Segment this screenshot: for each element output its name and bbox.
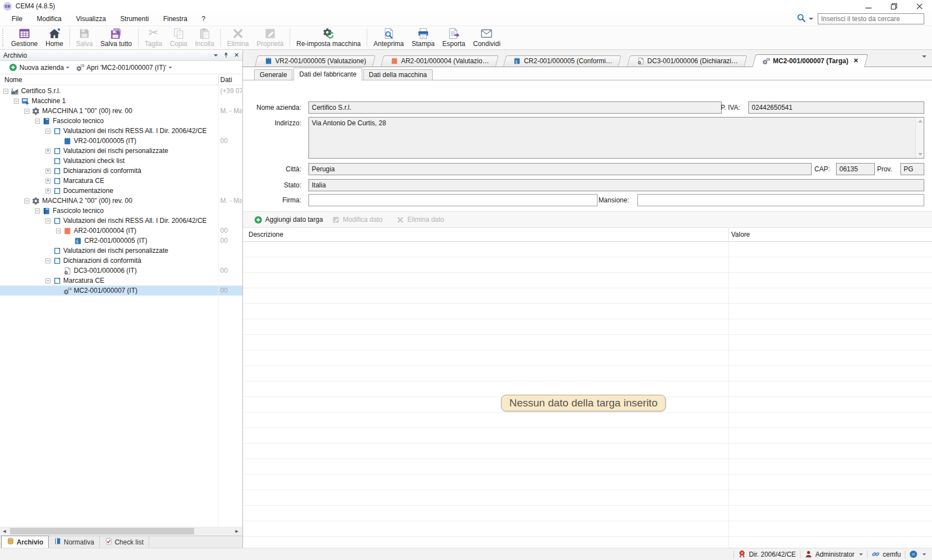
citta-field[interactable] (308, 163, 812, 175)
stato-field[interactable] (308, 179, 924, 191)
esporta-button[interactable]: Esporta (438, 26, 469, 49)
panel-menu-caret-icon[interactable] (214, 54, 218, 57)
tree-item[interactable]: −MACCHINA 2 "00" (00) rev. 00M. - Mac (0, 196, 242, 206)
gestione-button[interactable]: Gestione (7, 26, 42, 49)
tree-item[interactable]: +Valutazioni dei rischi personalizzate (0, 146, 242, 156)
tree-item[interactable]: DC3-001/000006 (IT)00 (0, 266, 242, 276)
user-menu[interactable]: Administrator (804, 550, 864, 558)
expand-icon[interactable]: + (45, 149, 50, 154)
home-button[interactable]: Home (42, 26, 67, 49)
search-options-caret-icon[interactable] (809, 18, 813, 20)
collapse-icon[interactable]: − (45, 278, 50, 283)
scroll-left-icon[interactable]: ◄ (0, 528, 9, 534)
expand-icon[interactable]: + (45, 179, 50, 184)
language-caret-icon[interactable] (923, 553, 926, 555)
mansione-field[interactable] (637, 194, 924, 206)
collapse-icon[interactable]: − (3, 89, 8, 94)
menu-item-[interactable]: ? (195, 13, 213, 24)
tree-item[interactable]: −Dichiarazioni di conformità (0, 256, 242, 266)
collapse-icon[interactable]: − (24, 109, 29, 114)
salva-tutto-button[interactable]: Salva tutto (97, 26, 136, 49)
tree-item[interactable]: −AR2-001/000004 (IT)00 (0, 226, 242, 236)
menu-item-visualizza[interactable]: Visualizza (69, 13, 113, 24)
tree-item[interactable]: −Valutazioni dei rischi RESS All. I Dir.… (0, 126, 242, 136)
apri-caret-icon[interactable] (169, 67, 172, 68)
tree-item[interactable]: +Dichiarazioni di conformità (0, 166, 242, 176)
prov-field[interactable] (900, 163, 924, 175)
tree-item[interactable]: +Marcatura CE (0, 176, 242, 186)
tree-item[interactable]: +Documentazione (0, 186, 242, 196)
tree-item[interactable]: Valutazioni check list (0, 156, 242, 166)
indirizzo-scrollbar[interactable] (915, 118, 924, 158)
scroll-up-icon[interactable] (918, 120, 923, 123)
subtab-dati-del-fabbricante[interactable]: Dati del fabbricante (293, 68, 362, 80)
tree-item[interactable]: −Marcatura CE (0, 276, 242, 286)
tree-item[interactable]: VR2-001/000005 (IT)00 (0, 136, 242, 146)
panel-close-icon[interactable]: ✕ (234, 52, 239, 58)
language-selector[interactable]: IT (909, 550, 926, 558)
document-tab-dc3-001-000006[interactable]: DC3-001/000006 (Dichiarazi… (627, 55, 744, 67)
indirizzo-field[interactable]: Via Antonio De Curtis, 28 (309, 118, 915, 158)
column-header-nome[interactable]: Nome (4, 76, 22, 84)
column-header-dati[interactable]: Dati (220, 76, 232, 84)
collapse-icon[interactable]: − (14, 99, 19, 104)
scrollbar-thumb[interactable] (10, 528, 194, 534)
firma-field[interactable] (308, 194, 597, 206)
condividi-button[interactable]: Condividi (469, 26, 504, 49)
aggiungi-dato-targa-button[interactable]: Aggiungi dato targa (250, 212, 327, 227)
collapse-icon[interactable]: − (35, 119, 40, 124)
sidebar-tab-normativa[interactable]: Normativa (49, 536, 100, 548)
collapse-icon[interactable]: − (24, 198, 29, 203)
tree-item[interactable]: Valutazioni dei rischi personalizzate (0, 246, 242, 256)
close-button[interactable] (906, 0, 932, 12)
reimposta-macchina-button[interactable]: Re-imposta macchina (292, 26, 364, 49)
collapse-icon[interactable]: − (56, 228, 61, 233)
subtab-dati-della-macchina[interactable]: Dati della macchina (363, 69, 433, 80)
anteprima-button[interactable]: Anteprima (369, 26, 408, 49)
minimize-button[interactable] (855, 0, 881, 12)
collapse-icon[interactable]: − (45, 218, 50, 223)
tree-item[interactable]: CEMC2-001/000007 (IT)00 (0, 286, 242, 296)
document-tab-cr2-001-000005[interactable]: §CR2-001/000005 (Conformi… (503, 55, 619, 67)
collapse-icon[interactable]: − (45, 129, 50, 134)
menu-item-finestra[interactable]: Finestra (156, 13, 194, 24)
menu-item-strumenti[interactable]: Strumenti (113, 13, 156, 24)
user-menu-caret-icon[interactable] (859, 553, 863, 555)
tree-horizontal-scrollbar[interactable]: ◄ ► (0, 527, 242, 536)
piva-field[interactable] (748, 101, 924, 114)
tree-item[interactable]: −Macchine 1 (0, 96, 242, 106)
sidebar-tab-check-list[interactable]: Check list (100, 536, 149, 548)
expand-icon[interactable]: + (45, 169, 50, 174)
tree-item[interactable]: −Certifico S.r.l.(+39 075 5 (0, 86, 242, 96)
pin-icon[interactable] (223, 52, 229, 58)
nuova-azienda-button[interactable]: Nuova azienda (7, 63, 74, 72)
search-icon[interactable] (797, 13, 806, 24)
expand-icon[interactable]: + (45, 189, 50, 194)
restore-button[interactable] (881, 0, 906, 12)
tree-item[interactable]: −Fascicolo tecnico (0, 206, 242, 216)
apri-document-button[interactable]: CE Apri 'MC2-001/000007 (IT)' (74, 63, 176, 72)
column-header-valore[interactable]: Valore (731, 231, 750, 238)
sidebar-tab-archivio[interactable]: Archivio (1, 536, 49, 548)
column-header-descrizione[interactable]: Descrizione (249, 231, 283, 238)
tree-item[interactable]: −Fascicolo tecnico (0, 116, 242, 126)
stampa-button[interactable]: Stampa (408, 26, 438, 49)
document-tab-ar2-001-000004[interactable]: AR2-001/000004 (Valutazio… (381, 55, 496, 67)
collapse-icon[interactable]: − (35, 208, 40, 213)
tab-list-caret-icon[interactable] (922, 55, 926, 58)
scroll-right-icon[interactable]: ► (232, 528, 241, 534)
menu-item-file[interactable]: File (4, 13, 29, 24)
tree-item[interactable]: §CR2-001/000005 (IT)00 (0, 236, 242, 246)
collapse-icon[interactable]: − (45, 258, 50, 263)
menu-item-modifica[interactable]: Modifica (29, 13, 69, 24)
tree-item[interactable]: −MACCHINA 1 "00" (00) rev. 00M. - Mac (0, 106, 242, 116)
scroll-down-icon[interactable] (918, 153, 923, 156)
nome-azienda-field[interactable] (308, 101, 722, 114)
search-input[interactable] (818, 13, 924, 24)
nuova-azienda-caret-icon[interactable] (66, 67, 69, 68)
subtab-generale[interactable]: Generale (254, 69, 292, 80)
tab-close-icon[interactable]: ✕ (853, 57, 858, 64)
tree-item[interactable]: −Valutazioni dei rischi RESS All. I Dir.… (0, 216, 242, 226)
document-tab-mc2-001-000007[interactable]: CEMC2-001/000007 (Targa)✕ (752, 54, 865, 67)
document-tab-vr2-001-000005[interactable]: VR2-001/000005 (Valutazione) (255, 55, 373, 67)
